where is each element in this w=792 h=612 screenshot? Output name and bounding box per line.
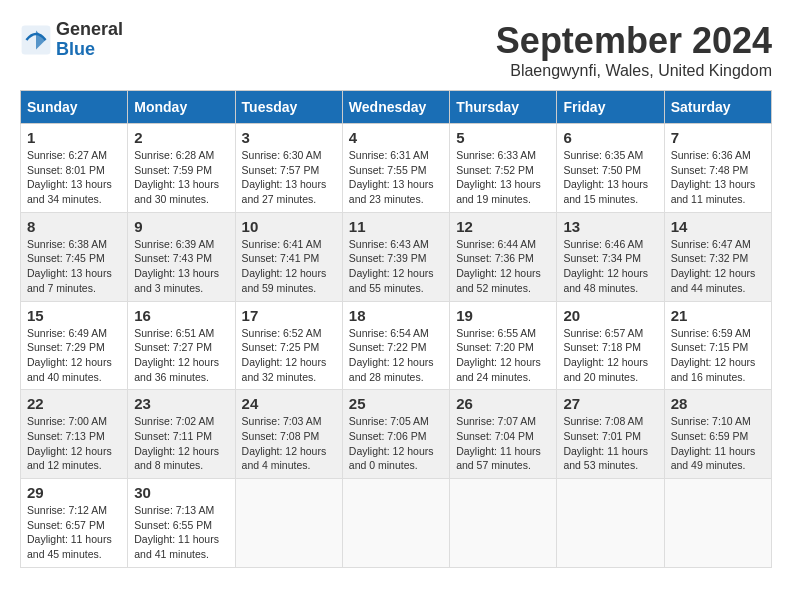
logo-general: General (56, 19, 123, 39)
day-number: 8 (27, 218, 121, 235)
calendar-cell: 9Sunrise: 6:39 AMSunset: 7:43 PMDaylight… (128, 212, 235, 301)
day-info: Sunrise: 6:43 AMSunset: 7:39 PMDaylight:… (349, 237, 443, 296)
day-number: 16 (134, 307, 228, 324)
calendar-cell: 24Sunrise: 7:03 AMSunset: 7:08 PMDayligh… (235, 390, 342, 479)
day-number: 7 (671, 129, 765, 146)
calendar-cell: 25Sunrise: 7:05 AMSunset: 7:06 PMDayligh… (342, 390, 449, 479)
calendar-cell: 1Sunrise: 6:27 AMSunset: 8:01 PMDaylight… (21, 124, 128, 213)
day-number: 24 (242, 395, 336, 412)
day-info: Sunrise: 6:35 AMSunset: 7:50 PMDaylight:… (563, 148, 657, 207)
day-number: 28 (671, 395, 765, 412)
day-number: 9 (134, 218, 228, 235)
day-info: Sunrise: 6:55 AMSunset: 7:20 PMDaylight:… (456, 326, 550, 385)
day-info: Sunrise: 6:49 AMSunset: 7:29 PMDaylight:… (27, 326, 121, 385)
logo: General Blue (20, 20, 123, 60)
day-info: Sunrise: 6:46 AMSunset: 7:34 PMDaylight:… (563, 237, 657, 296)
day-info: Sunrise: 6:44 AMSunset: 7:36 PMDaylight:… (456, 237, 550, 296)
calendar-week-row: 29Sunrise: 7:12 AMSunset: 6:57 PMDayligh… (21, 479, 772, 568)
header-friday: Friday (557, 91, 664, 124)
calendar-cell: 29Sunrise: 7:12 AMSunset: 6:57 PMDayligh… (21, 479, 128, 568)
calendar-cell: 4Sunrise: 6:31 AMSunset: 7:55 PMDaylight… (342, 124, 449, 213)
logo-text: General Blue (56, 20, 123, 60)
calendar-table: Sunday Monday Tuesday Wednesday Thursday… (20, 90, 772, 568)
day-number: 3 (242, 129, 336, 146)
day-info: Sunrise: 6:52 AMSunset: 7:25 PMDaylight:… (242, 326, 336, 385)
calendar-cell: 20Sunrise: 6:57 AMSunset: 7:18 PMDayligh… (557, 301, 664, 390)
day-number: 4 (349, 129, 443, 146)
day-info: Sunrise: 6:47 AMSunset: 7:32 PMDaylight:… (671, 237, 765, 296)
calendar-cell: 26Sunrise: 7:07 AMSunset: 7:04 PMDayligh… (450, 390, 557, 479)
day-number: 21 (671, 307, 765, 324)
day-number: 10 (242, 218, 336, 235)
calendar-cell (664, 479, 771, 568)
calendar-cell (342, 479, 449, 568)
day-info: Sunrise: 6:31 AMSunset: 7:55 PMDaylight:… (349, 148, 443, 207)
day-number: 1 (27, 129, 121, 146)
day-number: 13 (563, 218, 657, 235)
calendar-week-row: 1Sunrise: 6:27 AMSunset: 8:01 PMDaylight… (21, 124, 772, 213)
day-info: Sunrise: 7:13 AMSunset: 6:55 PMDaylight:… (134, 503, 228, 562)
day-number: 22 (27, 395, 121, 412)
header-tuesday: Tuesday (235, 91, 342, 124)
calendar-header: Sunday Monday Tuesday Wednesday Thursday… (21, 91, 772, 124)
day-number: 11 (349, 218, 443, 235)
day-info: Sunrise: 6:59 AMSunset: 7:15 PMDaylight:… (671, 326, 765, 385)
day-info: Sunrise: 6:57 AMSunset: 7:18 PMDaylight:… (563, 326, 657, 385)
header-sunday: Sunday (21, 91, 128, 124)
day-number: 14 (671, 218, 765, 235)
generalblue-logo-icon (20, 24, 52, 56)
calendar-cell: 7Sunrise: 6:36 AMSunset: 7:48 PMDaylight… (664, 124, 771, 213)
day-number: 17 (242, 307, 336, 324)
calendar-cell: 14Sunrise: 6:47 AMSunset: 7:32 PMDayligh… (664, 212, 771, 301)
day-info: Sunrise: 7:00 AMSunset: 7:13 PMDaylight:… (27, 414, 121, 473)
day-info: Sunrise: 7:03 AMSunset: 7:08 PMDaylight:… (242, 414, 336, 473)
calendar-cell: 18Sunrise: 6:54 AMSunset: 7:22 PMDayligh… (342, 301, 449, 390)
calendar-cell: 3Sunrise: 6:30 AMSunset: 7:57 PMDaylight… (235, 124, 342, 213)
day-number: 15 (27, 307, 121, 324)
day-number: 6 (563, 129, 657, 146)
calendar-cell: 11Sunrise: 6:43 AMSunset: 7:39 PMDayligh… (342, 212, 449, 301)
calendar-week-row: 22Sunrise: 7:00 AMSunset: 7:13 PMDayligh… (21, 390, 772, 479)
day-info: Sunrise: 7:07 AMSunset: 7:04 PMDaylight:… (456, 414, 550, 473)
day-number: 29 (27, 484, 121, 501)
calendar-cell: 15Sunrise: 6:49 AMSunset: 7:29 PMDayligh… (21, 301, 128, 390)
day-number: 19 (456, 307, 550, 324)
calendar-cell (557, 479, 664, 568)
calendar-cell (235, 479, 342, 568)
calendar-cell: 30Sunrise: 7:13 AMSunset: 6:55 PMDayligh… (128, 479, 235, 568)
calendar-cell: 5Sunrise: 6:33 AMSunset: 7:52 PMDaylight… (450, 124, 557, 213)
calendar-cell: 16Sunrise: 6:51 AMSunset: 7:27 PMDayligh… (128, 301, 235, 390)
day-number: 30 (134, 484, 228, 501)
day-number: 5 (456, 129, 550, 146)
day-info: Sunrise: 7:05 AMSunset: 7:06 PMDaylight:… (349, 414, 443, 473)
calendar-week-row: 8Sunrise: 6:38 AMSunset: 7:45 PMDaylight… (21, 212, 772, 301)
header-thursday: Thursday (450, 91, 557, 124)
calendar-cell: 8Sunrise: 6:38 AMSunset: 7:45 PMDaylight… (21, 212, 128, 301)
calendar-cell: 21Sunrise: 6:59 AMSunset: 7:15 PMDayligh… (664, 301, 771, 390)
title-block: September 2024 Blaengwynfi, Wales, Unite… (496, 20, 772, 80)
day-info: Sunrise: 6:33 AMSunset: 7:52 PMDaylight:… (456, 148, 550, 207)
day-info: Sunrise: 6:30 AMSunset: 7:57 PMDaylight:… (242, 148, 336, 207)
calendar-cell: 10Sunrise: 6:41 AMSunset: 7:41 PMDayligh… (235, 212, 342, 301)
calendar-cell (450, 479, 557, 568)
calendar-cell: 27Sunrise: 7:08 AMSunset: 7:01 PMDayligh… (557, 390, 664, 479)
day-number: 18 (349, 307, 443, 324)
calendar-cell: 2Sunrise: 6:28 AMSunset: 7:59 PMDaylight… (128, 124, 235, 213)
day-info: Sunrise: 6:38 AMSunset: 7:45 PMDaylight:… (27, 237, 121, 296)
day-info: Sunrise: 6:41 AMSunset: 7:41 PMDaylight:… (242, 237, 336, 296)
calendar-cell: 6Sunrise: 6:35 AMSunset: 7:50 PMDaylight… (557, 124, 664, 213)
month-title: September 2024 (496, 20, 772, 62)
header-monday: Monday (128, 91, 235, 124)
calendar-cell: 22Sunrise: 7:00 AMSunset: 7:13 PMDayligh… (21, 390, 128, 479)
day-info: Sunrise: 6:39 AMSunset: 7:43 PMDaylight:… (134, 237, 228, 296)
day-info: Sunrise: 7:02 AMSunset: 7:11 PMDaylight:… (134, 414, 228, 473)
calendar-body: 1Sunrise: 6:27 AMSunset: 8:01 PMDaylight… (21, 124, 772, 568)
calendar-cell: 23Sunrise: 7:02 AMSunset: 7:11 PMDayligh… (128, 390, 235, 479)
page-header: General Blue September 2024 Blaengwynfi,… (20, 20, 772, 80)
day-number: 2 (134, 129, 228, 146)
day-number: 27 (563, 395, 657, 412)
day-info: Sunrise: 6:51 AMSunset: 7:27 PMDaylight:… (134, 326, 228, 385)
day-info: Sunrise: 7:12 AMSunset: 6:57 PMDaylight:… (27, 503, 121, 562)
calendar-week-row: 15Sunrise: 6:49 AMSunset: 7:29 PMDayligh… (21, 301, 772, 390)
day-info: Sunrise: 6:28 AMSunset: 7:59 PMDaylight:… (134, 148, 228, 207)
